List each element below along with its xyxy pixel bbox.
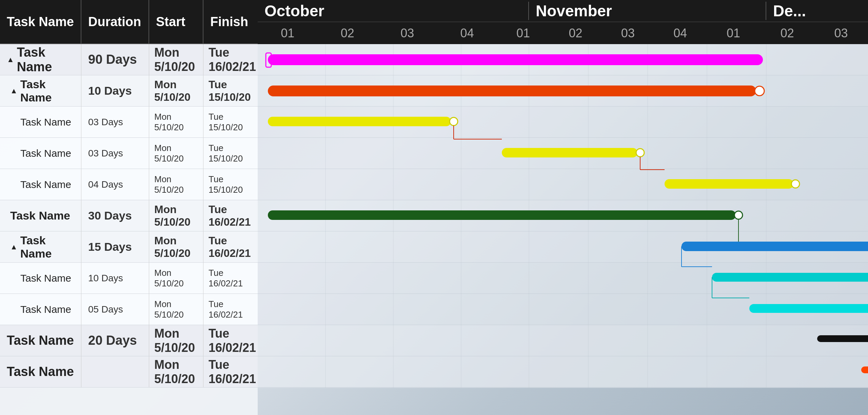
- cell-start: Mon 5/10/20: [149, 75, 203, 106]
- table-row: Task Name 05 Days Mon 5/10/20 Tue 16/02/…: [0, 294, 258, 325]
- start-text: Mon 5/10/20: [154, 78, 198, 103]
- task-panel: Task Name Duration Start Finish ▲ Task N…: [0, 0, 258, 415]
- table-row: Task Name 10 Days Mon 5/10/20 Tue 16/02/…: [0, 263, 258, 294]
- cell-task-name: Task Name: [0, 356, 81, 387]
- week-label: 04: [460, 26, 474, 40]
- cell-start: Mon 5/10/20: [149, 356, 203, 387]
- cell-start: Mon 5/10/20: [149, 231, 203, 262]
- col-header-duration: Duration: [81, 0, 149, 43]
- month-label-november: November: [536, 2, 612, 20]
- week-label: 01: [516, 26, 530, 40]
- duration-text: 03 Days: [88, 117, 123, 128]
- week-label: 02: [569, 26, 582, 40]
- duration-text: 90 Days: [88, 52, 137, 67]
- finish-text: Tue 16/02/21: [209, 268, 253, 289]
- cell-start: Mon 5/10/20: [149, 263, 203, 294]
- finish-text: Tue 15/10/20: [209, 78, 253, 103]
- svg-point-17: [636, 149, 644, 157]
- week-col-oct-01: 01: [258, 26, 317, 40]
- week-label: 03: [400, 26, 414, 40]
- header-duration-label: Duration: [88, 15, 141, 29]
- task-name-text: Task Name: [20, 234, 76, 260]
- week-col-nov-01: 01: [497, 26, 549, 40]
- task-name-text: Task Name: [17, 45, 76, 74]
- col-header-start: Start: [149, 0, 203, 43]
- expand-icon[interactable]: ▲: [7, 55, 14, 64]
- cell-finish: Tue 15/10/20: [203, 107, 258, 137]
- svg-rect-35: [817, 335, 868, 342]
- gantt-container: Task Name Duration Start Finish ▲ Task N…: [0, 0, 868, 415]
- table-row: Task Name 04 Days Mon 5/10/20 Tue 15/10/…: [0, 169, 258, 200]
- cell-task-name: Task Name: [0, 200, 81, 231]
- duration-text: 30 Days: [88, 209, 132, 222]
- cell-finish: Tue 15/10/20: [203, 75, 258, 106]
- cell-start: Mon 5/10/20: [149, 138, 203, 169]
- col-header-task-name: Task Name: [0, 0, 81, 43]
- week-label: 03: [621, 26, 635, 40]
- cell-start: Mon 5/10/20: [149, 200, 203, 231]
- task-name-text: Task Name: [10, 209, 70, 222]
- expand-icon[interactable]: ▲: [10, 243, 18, 251]
- week-col-nov-04: 04: [654, 26, 706, 40]
- cell-finish: Tue 16/02/21: [203, 294, 258, 325]
- start-text: Mon 5/10/20: [154, 299, 198, 320]
- start-text: Mon 5/10/20: [154, 203, 198, 228]
- table-row: Task Name Mon 5/10/20 Tue 16/02/21: [0, 356, 258, 388]
- cell-finish: Tue 16/02/21: [203, 200, 258, 231]
- table-row: Task Name 30 Days Mon 5/10/20 Tue 16/02/…: [0, 200, 258, 231]
- start-text: Mon 5/10/20: [154, 45, 198, 74]
- month-label-october: October: [264, 2, 324, 20]
- svg-point-11: [755, 86, 764, 96]
- start-text: Mon 5/10/20: [154, 358, 198, 386]
- cell-duration: 10 Days: [81, 263, 149, 294]
- start-text: Mon 5/10/20: [154, 326, 198, 355]
- month-row: October November De...: [258, 0, 868, 22]
- finish-text: Tue 15/10/20: [209, 112, 253, 133]
- finish-text: Tue 15/10/20: [209, 174, 253, 195]
- task-name-text: Task Name: [7, 333, 74, 348]
- week-label: 04: [673, 26, 687, 40]
- task-name-text: Task Name: [20, 148, 71, 159]
- cell-finish: Tue 15/10/20: [203, 138, 258, 169]
- expand-icon[interactable]: ▲: [10, 87, 18, 95]
- task-name-text: Task Name: [7, 364, 74, 379]
- cell-start: Mon 5/10/20: [149, 294, 203, 325]
- week-col-oct-02: 02: [317, 26, 377, 40]
- duration-text: 20 Days: [88, 333, 137, 348]
- cell-finish: Tue 16/02/21: [203, 356, 258, 387]
- cell-task-name: Task Name: [0, 294, 81, 325]
- cell-start: Mon 5/10/20: [149, 107, 203, 137]
- cell-start: Mon 5/10/20: [149, 44, 203, 75]
- start-text: Mon 5/10/20: [154, 174, 198, 195]
- cell-duration: 30 Days: [81, 200, 149, 231]
- cell-task-name: Task Name: [0, 107, 81, 137]
- cell-task-name: Task Name: [0, 138, 81, 169]
- month-november: November: [529, 2, 766, 20]
- svg-point-13: [450, 117, 458, 126]
- task-rows: ▲ Task Name 90 Days Mon 5/10/20 Tue 16/0…: [0, 44, 258, 415]
- finish-text: Tue 15/10/20: [209, 143, 253, 164]
- cell-task-name: ▲ Task Name: [0, 44, 81, 75]
- duration-text: 15 Days: [88, 240, 132, 253]
- col-header-finish: Finish: [203, 0, 258, 43]
- week-row: 01 02 03 04 01 02 03: [258, 22, 868, 44]
- cell-task-name: Task Name: [0, 169, 81, 200]
- finish-text: Tue 16/02/21: [209, 45, 256, 74]
- svg-rect-29: [712, 273, 868, 282]
- week-col-dec-02: 02: [760, 26, 814, 40]
- cell-finish: Tue 16/02/21: [203, 325, 258, 356]
- week-col-nov-03: 03: [602, 26, 654, 40]
- task-name-text: Task Name: [20, 179, 71, 190]
- start-text: Mon 5/10/20: [154, 234, 198, 260]
- svg-rect-36: [861, 366, 868, 373]
- svg-rect-8: [268, 54, 763, 65]
- month-label-december: De...: [773, 2, 806, 20]
- week-label: 02: [781, 26, 794, 40]
- svg-rect-10: [268, 86, 756, 96]
- duration-text: 03 Days: [88, 148, 123, 159]
- table-row: ▲ Task Name 90 Days Mon 5/10/20 Tue 16/0…: [0, 44, 258, 75]
- start-text: Mon 5/10/20: [154, 112, 198, 133]
- svg-rect-16: [502, 148, 637, 157]
- finish-text: Tue 16/02/21: [209, 358, 256, 386]
- cell-finish: Tue 16/02/21: [203, 44, 258, 75]
